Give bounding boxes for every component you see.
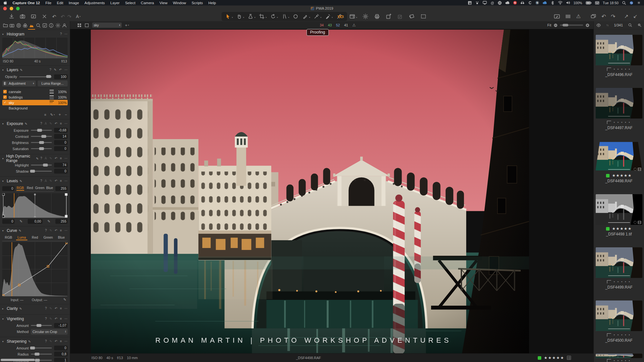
menu-view[interactable]: View	[159, 1, 167, 5]
layer-type-dropdown[interactable]: Adjustment ▴▾	[2, 81, 36, 86]
presets-icon[interactable]: ≡	[60, 307, 62, 310]
pick-color-tool[interactable]	[313, 13, 320, 20]
layer-row[interactable]: ✓ sky 100%	[2, 100, 68, 105]
wifi-icon[interactable]	[558, 1, 563, 5]
thumbnail-item[interactable]: • • • • • _DSF4499.RAF	[595, 247, 643, 300]
collapse-icon[interactable]: ▾	[2, 318, 5, 320]
zoom-out-icon[interactable]	[554, 23, 558, 27]
export-variants-button[interactable]	[397, 13, 403, 20]
tab-capture[interactable]	[9, 23, 15, 28]
delete-button[interactable]	[41, 13, 48, 20]
slider-track[interactable]	[31, 325, 52, 326]
levels-midtone[interactable]: 0,00	[28, 219, 43, 224]
opacity-value[interactable]: 100	[54, 74, 68, 79]
eye-icon[interactable]	[596, 24, 601, 27]
keyboard-icon[interactable]	[595, 1, 599, 5]
grid-icon[interactable]	[567, 356, 571, 360]
more-icon[interactable]: ⋯	[64, 157, 68, 160]
keystone-tool[interactable]	[281, 13, 288, 20]
undo-button[interactable]: ↶	[61, 14, 65, 19]
slider-handle[interactable]	[36, 324, 41, 327]
copy-icon[interactable]: ✎	[49, 317, 52, 320]
copy-icon[interactable]: ✎	[49, 229, 52, 232]
rating-row[interactable]: • • • • •	[607, 332, 631, 338]
menu-image[interactable]: Image	[69, 1, 79, 5]
crop-tool[interactable]	[259, 13, 265, 20]
filmstrip-toggle-button[interactable]	[565, 13, 571, 20]
brush-icon[interactable]: ✎	[19, 307, 22, 310]
collapse-icon[interactable]: ▾	[2, 122, 5, 125]
layer-checkbox[interactable]: ✓	[3, 95, 7, 99]
slider-track[interactable]	[31, 142, 52, 143]
at-circle-icon[interactable]: @	[490, 1, 494, 5]
more-icon[interactable]: ⋯	[64, 33, 68, 36]
star-rating[interactable]: ★★★★★	[612, 226, 632, 231]
more-icon[interactable]: ⋯	[64, 122, 68, 125]
star-rating[interactable]: ★★★★★	[612, 173, 632, 178]
reset-adjustments-icon[interactable]: ↶	[52, 14, 56, 19]
skype-icon[interactable]: S	[535, 1, 539, 5]
copy-icon[interactable]: ✎	[49, 157, 52, 160]
thumbnail-image[interactable]	[596, 300, 642, 331]
more-icon[interactable]: ⋯	[64, 317, 68, 320]
loupe-tool[interactable]	[247, 13, 254, 20]
auto-mask-tool[interactable]	[325, 13, 331, 20]
pan-tool[interactable]	[236, 13, 242, 20]
presets-icon[interactable]: ≡	[60, 179, 62, 183]
slider-value[interactable]: 0	[54, 169, 68, 174]
reset-icon[interactable]: ↶	[59, 68, 62, 71]
reset-icon[interactable]: ↶	[55, 229, 57, 232]
remove-layer-button[interactable]: −	[65, 112, 67, 117]
search-icon[interactable]	[628, 23, 632, 27]
print-button[interactable]	[374, 13, 380, 20]
layer-row[interactable]: ✓ Background	[2, 105, 68, 111]
thumbnail-item[interactable]: ★★★★★ _DSF4498.RAF	[595, 141, 643, 194]
presets-icon[interactable]: ≡	[60, 229, 62, 232]
tab-output[interactable]	[55, 23, 61, 28]
apple-menu-icon[interactable]	[3, 1, 7, 5]
tab-library[interactable]	[3, 23, 8, 28]
thumbnail-item[interactable]: • • • • • _DSF4500.RAF	[595, 300, 643, 354]
zoom-in-icon[interactable]	[585, 23, 590, 27]
expand-view-button[interactable]: ↗	[624, 14, 628, 19]
zoom-mode-label[interactable]: Fit	[547, 23, 551, 27]
onedrive-icon[interactable]	[543, 1, 547, 5]
layer-row[interactable]: ✓ cannale 100%	[2, 89, 68, 94]
more-icon[interactable]: ⋯	[64, 68, 68, 71]
exposure-warning-icon[interactable]: ⚠	[352, 23, 356, 27]
slider-handle[interactable]	[41, 135, 46, 138]
reset-icon[interactable]: ↶	[55, 179, 57, 183]
share-button[interactable]	[409, 13, 415, 20]
select-tool[interactable]	[225, 13, 231, 20]
channel-tab[interactable]: Red	[29, 235, 41, 240]
menu-file[interactable]: File	[45, 1, 52, 5]
reset-icon[interactable]: ↶	[55, 122, 57, 125]
slider-handle[interactable]	[34, 353, 39, 356]
import-button[interactable]	[8, 13, 15, 20]
proofing-button[interactable]	[337, 13, 344, 20]
reset-icon[interactable]: ↶	[55, 340, 57, 343]
expand-icon[interactable]: ▸	[2, 307, 5, 310]
white-picker-icon[interactable]: ✎	[47, 219, 50, 224]
help-icon[interactable]: ?	[60, 33, 62, 36]
battery-icon[interactable]	[586, 1, 592, 5]
frame-button[interactable]	[420, 13, 427, 20]
levels-histogram[interactable]	[2, 193, 68, 218]
levels-output-black[interactable]: 0	[2, 219, 14, 224]
slider-value[interactable]: 0	[54, 140, 68, 145]
channel-tab[interactable]: Luma	[15, 235, 28, 240]
slider-handle[interactable]	[43, 164, 48, 167]
channel-tab[interactable]: RGB	[2, 235, 15, 240]
viewer-canvas[interactable]: ROMAN MARTIN | PHOTO WORKSHOP ADVENTURES…	[70, 29, 593, 354]
cloud-upload-icon[interactable]	[505, 1, 510, 5]
tab-user[interactable]	[62, 23, 67, 28]
star-dots[interactable]: • • • • •	[614, 68, 631, 71]
brush-icon[interactable]: ✎	[20, 179, 22, 183]
slider-value[interactable]: 14	[54, 134, 68, 139]
spotlight-icon[interactable]	[622, 1, 626, 5]
rating-row[interactable]: • • • • •	[607, 359, 631, 362]
brush-icon[interactable]: ✎	[19, 229, 21, 233]
thumbnail-image[interactable]	[596, 354, 642, 358]
collapse-icon[interactable]: ▾	[2, 33, 5, 36]
slider-handle[interactable]	[30, 347, 35, 349]
